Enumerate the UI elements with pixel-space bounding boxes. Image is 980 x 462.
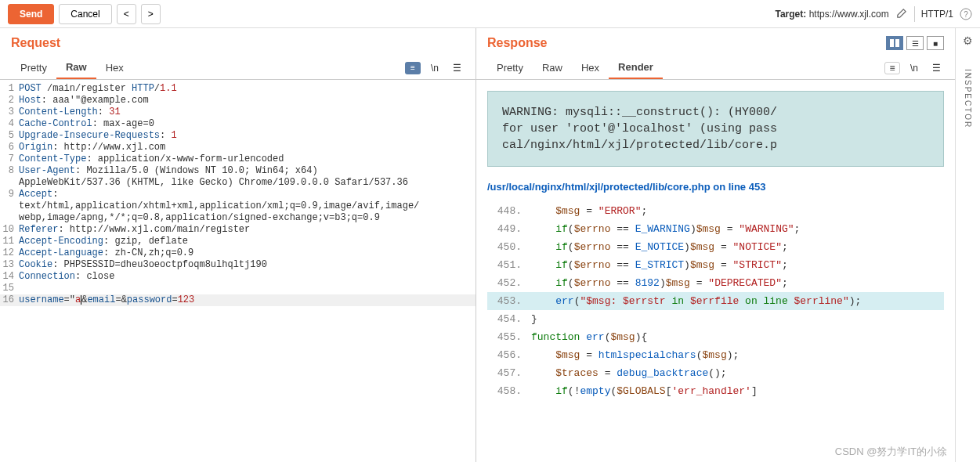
tab-pretty[interactable]: Pretty <box>11 57 56 78</box>
editor-line[interactable]: webp,image/apng,*/*;q=0.8,application/si… <box>0 212 476 224</box>
editor-line[interactable]: 8User-Agent: Mozilla/5.0 (Windows NT 10.… <box>0 165 476 177</box>
next-button[interactable]: > <box>141 4 161 24</box>
code-line: 457. $traces = debug_backtrace(); <box>487 364 944 382</box>
editor-line[interactable]: 11Accept-Encoding: gzip, deflate <box>0 236 476 247</box>
editor-line[interactable]: 12Accept-Language: zh-CN,zh;q=0.9 <box>0 247 476 259</box>
editor-line[interactable]: 2Host: aaa'"@example.com <box>0 95 476 106</box>
layout-single-icon[interactable]: ■ <box>927 36 944 50</box>
editor-line[interactable]: 3Content-Length: 31 <box>0 106 476 118</box>
newline-icon[interactable]: \n <box>906 62 922 74</box>
editor-line[interactable]: text/html,application/xhtml+xml,applicat… <box>0 200 476 212</box>
send-button[interactable]: Send <box>8 4 54 24</box>
side-panel: ⚙ INSPECTOR <box>955 28 980 462</box>
editor-line[interactable]: 14Connection: close <box>0 271 476 283</box>
response-title: Response <box>487 36 547 50</box>
format-icon[interactable]: ≡ <box>405 62 421 74</box>
cancel-button[interactable]: Cancel <box>59 4 111 24</box>
request-tabs: PrettyRawHex ≡ \n ☰ <box>0 50 476 80</box>
editor-line[interactable]: 4Cache-Control: max-age=0 <box>0 118 476 130</box>
editor-line[interactable]: 1POST /main/register HTTP/1.1 <box>0 83 476 95</box>
editor-line[interactable]: 16username="a&email=&password=123 <box>0 294 476 306</box>
response-tabs: PrettyRawHexRender ≡ \n ☰ <box>476 50 955 80</box>
svg-text:?: ? <box>964 10 968 19</box>
http-version-label: HTTP/1 <box>921 9 953 20</box>
target-label: Target: https://www.xjl.com <box>776 9 889 20</box>
inspector-label[interactable]: INSPECTOR <box>964 69 972 128</box>
editor-line[interactable]: 7Content-Type: application/x-www-form-ur… <box>0 153 476 165</box>
edit-target-icon[interactable] <box>895 8 908 20</box>
tab-raw[interactable]: Raw <box>56 56 96 79</box>
request-title: Request <box>11 36 60 50</box>
response-render[interactable]: WARNING: mysqli::__construct(): (HY000/ … <box>476 80 955 462</box>
gear-icon[interactable]: ⚙ <box>963 34 973 47</box>
code-line: 452. if($errno == 8192)$msg = "DEPRECATE… <box>487 274 944 292</box>
request-panel: Request PrettyRawHex ≡ \n ☰ 1POST /main/… <box>0 28 476 462</box>
warning-box: WARNING: mysqli::__construct(): (HY000/ … <box>487 91 944 167</box>
menu-icon[interactable]: ☰ <box>449 62 465 74</box>
svg-rect-3 <box>895 39 899 47</box>
help-icon[interactable]: ? <box>960 8 972 20</box>
editor-line[interactable]: 10Referer: http://www.xjl.com/main/regis… <box>0 224 476 236</box>
tab-hex[interactable]: Hex <box>96 57 133 78</box>
newline-icon[interactable]: \n <box>427 62 443 74</box>
code-line: 458. if(!empty($GLOBALS['err_handler'] <box>487 382 944 400</box>
editor-line[interactable]: 13Cookie: PHPSESSID=dheu3oeoctpfoqm8ulhq… <box>0 259 476 271</box>
format-icon[interactable]: ≡ <box>884 62 900 74</box>
code-line: 449. if($errno == E_WARNING)$msg = "WARN… <box>487 220 944 238</box>
tab-render[interactable]: Render <box>609 56 663 79</box>
editor-line[interactable]: 5Upgrade-Insecure-Requests: 1 <box>0 130 476 142</box>
layout-columns-icon[interactable] <box>886 36 903 50</box>
code-line: 450. if($errno == E_NOTICE)$msg = "NOTIC… <box>487 238 944 256</box>
code-block: 448. $msg = "ERROR";449. if($errno == E_… <box>487 202 944 400</box>
prev-button[interactable]: < <box>117 4 136 24</box>
divider <box>914 6 915 22</box>
watermark: CSDN @努力学IT的小徐 <box>835 445 947 459</box>
editor-line[interactable]: 9Accept: <box>0 189 476 200</box>
menu-icon[interactable]: ☰ <box>928 62 944 74</box>
code-line: 455.function err($msg){ <box>487 328 944 346</box>
svg-rect-2 <box>890 39 894 47</box>
layout-rows-icon[interactable]: ☰ <box>906 36 924 50</box>
editor-line[interactable]: AppleWebKit/537.36 (KHTML, like Gecko) C… <box>0 177 476 189</box>
editor-line[interactable]: 6Origin: http://www.xjl.com <box>0 142 476 153</box>
code-line: 448. $msg = "ERROR"; <box>487 202 944 220</box>
tab-raw[interactable]: Raw <box>533 57 572 78</box>
code-line: 451. if($errno == E_STRICT)$msg = "STRIC… <box>487 256 944 274</box>
code-line: 454.} <box>487 310 944 328</box>
request-editor[interactable]: 1POST /main/register HTTP/1.12Host: aaa'… <box>0 80 476 462</box>
editor-line[interactable]: 15 <box>0 283 476 294</box>
response-panel: Response ☰ ■ PrettyRawHexRender ≡ \n ☰ W… <box>476 28 955 462</box>
code-line: 456. $msg = htmlspecialchars($msg); <box>487 346 944 364</box>
code-line: 453. err("$msg: $errstr in $errfile on l… <box>487 292 944 310</box>
tab-hex[interactable]: Hex <box>572 57 609 78</box>
tab-pretty[interactable]: Pretty <box>487 57 533 78</box>
error-path[interactable]: /usr/local/nginx/html/xjl/protected/lib/… <box>487 181 944 193</box>
top-toolbar: Send Cancel < > Target: https://www.xjl.… <box>0 0 980 28</box>
